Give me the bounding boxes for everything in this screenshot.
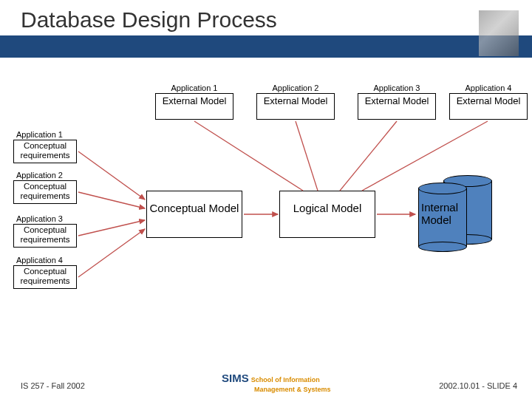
footer-logo: SIMS School of Information Management & … [222,372,331,393]
req-text-2: Conceptual requirements [20,182,69,200]
svg-line-4 [78,151,145,200]
app4-label: Application 4 [449,83,528,92]
ext-label-2: External Model [264,95,328,106]
logical-model-box: Logical Model [279,191,375,238]
external-model-box-4: External Model [449,93,528,120]
req1-label: Application 1 [16,130,63,139]
ext-label-4: External Model [457,95,521,106]
svg-line-2 [340,121,397,191]
svg-line-7 [78,229,145,277]
req-text-1: Conceptual requirements [20,141,69,160]
req-box-4: Conceptual requirements [13,265,77,289]
svg-line-1 [296,121,318,191]
footer-logo-prefix: SIMS [222,372,249,384]
footer-course: IS 257 - Fall 2002 [21,381,85,390]
app3-label: Application 3 [358,83,436,92]
internal-model-label: Internal Model [421,201,464,226]
ext-label-3: External Model [365,95,429,106]
req4-label: Application 4 [16,256,63,265]
conceptual-model-label: Conceptual Model [150,202,239,214]
app2-label: Application 2 [256,83,335,92]
slide-title: Database Design Process [21,7,277,33]
internal-model-cylinder-front: Internal Model [418,183,467,251]
svg-line-6 [78,220,145,236]
req3-label: Application 3 [16,214,63,223]
ext-label-1: External Model [163,95,227,106]
svg-line-0 [194,121,303,191]
footer-date-slide: 2002.10.01 - SLIDE 4 [439,381,517,390]
req-text-3: Conceptual requirements [20,225,69,244]
req-box-3: Conceptual requirements [13,224,77,248]
external-model-box-2: External Model [256,93,335,120]
app1-label: Application 1 [155,83,233,92]
req-box-2: Conceptual requirements [13,180,77,204]
req-text-4: Conceptual requirements [20,267,69,285]
logical-model-label: Logical Model [293,202,362,214]
svg-line-5 [78,192,145,208]
decorative-photo [479,10,519,56]
conceptual-model-box: Conceptual Model [146,191,242,238]
external-model-box-1: External Model [155,93,233,120]
footer-logo-line2: Management & Systems [254,386,331,393]
req2-label: Application 2 [16,171,63,180]
req-box-1: Conceptual requirements [13,140,77,163]
footer-logo-line1: School of Information [251,376,320,383]
title-bar [0,35,532,58]
external-model-box-3: External Model [358,93,436,120]
